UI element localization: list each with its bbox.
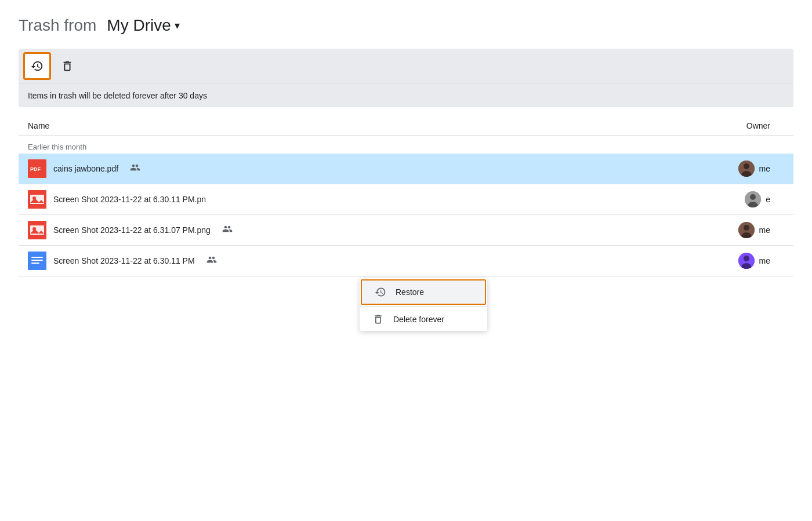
trash-icon [61, 60, 74, 72]
section-label-row: Earlier this month [19, 136, 793, 154]
file-name: Screen Shot 2023-11-22 at 6.31.07 PM.png [53, 225, 211, 235]
restore-button[interactable] [23, 52, 51, 80]
svg-text:PDF: PDF [30, 166, 41, 172]
avatar [738, 253, 755, 269]
shared-icon [130, 162, 140, 175]
svg-rect-18 [31, 257, 43, 258]
owner-cell: me [619, 246, 793, 276]
restore-icon [31, 60, 44, 72]
context-menu: RestoreDelete forever [360, 278, 487, 290]
empty-trash-button[interactable] [53, 52, 81, 80]
context-menu-item-restore[interactable]: Restore [361, 279, 486, 290]
owner-cell: me [619, 215, 793, 246]
avatar [738, 161, 755, 177]
page-header: Trash from My Drive ▾ [19, 14, 793, 37]
table-header-row: Name Owner [19, 116, 793, 136]
section-label: Earlier this month [19, 136, 793, 154]
owner-cell: e [619, 184, 793, 215]
image-file-icon [28, 221, 46, 239]
owner-label: me [759, 225, 770, 235]
owner-column-header: Owner [619, 116, 793, 136]
svg-point-22 [744, 256, 749, 261]
table-row[interactable]: PDF cains jawbone.pdf me [19, 154, 793, 184]
name-column-header: Name [19, 116, 619, 136]
pdf-file-icon: PDF [28, 159, 46, 178]
owner-label: me [759, 256, 770, 265]
svg-point-9 [750, 194, 756, 200]
restore-icon [374, 286, 387, 290]
drive-selector-button[interactable]: My Drive ▾ [102, 14, 184, 37]
info-banner: Items in trash will be deleted forever a… [19, 83, 793, 107]
owner-cell: me [619, 154, 793, 184]
owner-label: me [759, 164, 770, 173]
table-row[interactable]: Screen Shot 2023-11-22 at 6.30.11 PM.pn … [19, 184, 793, 215]
toolbar [19, 49, 793, 83]
file-name: cains jawbone.pdf [53, 164, 118, 173]
doc-file-icon [28, 252, 46, 270]
image-file-icon [28, 190, 46, 209]
shared-icon [206, 254, 217, 267]
table-row[interactable]: Screen Shot 2023-11-22 at 6.30.11 PM me [19, 246, 793, 276]
context-menu-item-label: Restore [396, 287, 424, 290]
file-name: Screen Shot 2023-11-22 at 6.30.11 PM [53, 256, 195, 265]
file-name-cell-1: Screen Shot 2023-11-22 at 6.30.11 PM.pn [19, 184, 619, 215]
svg-point-15 [744, 225, 749, 231]
svg-point-3 [744, 163, 749, 169]
svg-rect-19 [31, 260, 43, 261]
file-table: Name Owner Earlier this month PDF cains … [19, 116, 793, 276]
svg-rect-20 [31, 263, 39, 264]
file-name: Screen Shot 2023-11-22 at 6.30.11 PM.pn [53, 195, 206, 204]
table-row[interactable]: Screen Shot 2023-11-22 at 6.31.07 PM.png… [19, 215, 793, 246]
shared-icon [222, 224, 233, 236]
owner-label: e [766, 195, 770, 204]
drive-name: My Drive [107, 16, 171, 35]
trash-label: Trash from [19, 16, 96, 35]
chevron-down-icon: ▾ [175, 19, 180, 32]
file-name-cell-3: Screen Shot 2023-11-22 at 6.30.11 PM [19, 246, 619, 276]
file-name-cell-2: Screen Shot 2023-11-22 at 6.31.07 PM.png [19, 215, 619, 246]
avatar [745, 191, 761, 207]
file-name-cell-0: PDF cains jawbone.pdf [19, 154, 619, 184]
avatar [738, 222, 755, 238]
